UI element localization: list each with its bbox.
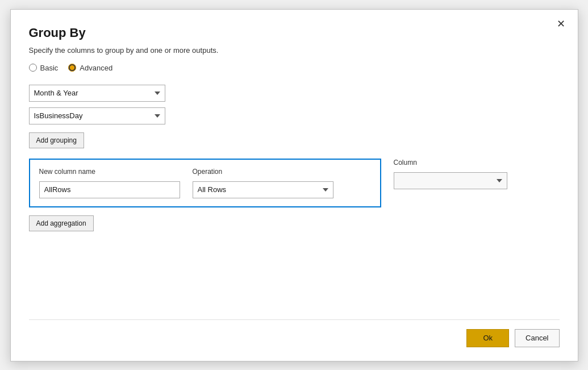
ok-button[interactable]: Ok — [466, 329, 509, 347]
dialog-title: Group By — [29, 26, 560, 40]
new-column-name-input[interactable] — [39, 181, 180, 198]
operation-label: Operation — [193, 168, 333, 176]
radio-advanced-option[interactable]: Advanced — [68, 64, 112, 72]
grouping-section: Month & Year Month Year Day IsBusinessDa… — [29, 85, 560, 124]
radio-advanced[interactable] — [68, 64, 76, 72]
group-by-dialog: ✕ Group By Specify the columns to group … — [10, 9, 578, 361]
grouping-row-1: IsBusinessDay Month & Year Month Year — [29, 107, 560, 124]
add-grouping-button[interactable]: Add grouping — [29, 132, 84, 148]
column-label: Column — [394, 159, 507, 167]
grouping-row-0: Month & Year Month Year Day — [29, 85, 560, 102]
close-button[interactable]: ✕ — [553, 18, 569, 30]
agg-inputs-row: All Rows Sum Average Min Max Count Count… — [39, 181, 371, 198]
aggregation-section: New column name Operation All Rows Sum A… — [29, 159, 381, 207]
agg-header-row: New column name Operation — [39, 168, 371, 176]
radio-advanced-label: Advanced — [80, 64, 112, 72]
radio-group: Basic Advanced — [29, 64, 560, 72]
operation-select[interactable]: All Rows Sum Average Min Max Count Count… — [193, 181, 333, 198]
column-section: Column Month & Year IsBusinessDay — [394, 159, 507, 189]
dialog-subtitle: Specify the columns to group by and one … — [29, 46, 560, 55]
radio-basic[interactable] — [29, 64, 37, 72]
new-column-name-label: New column name — [39, 168, 180, 176]
cancel-button[interactable]: Cancel — [515, 329, 559, 347]
column-select[interactable]: Month & Year IsBusinessDay — [394, 172, 507, 189]
dialog-footer: Ok Cancel — [29, 319, 560, 347]
radio-basic-option[interactable]: Basic — [29, 64, 59, 72]
grouping-select-1[interactable]: IsBusinessDay Month & Year Month Year — [29, 107, 165, 124]
grouping-select-0[interactable]: Month & Year Month Year Day — [29, 85, 165, 102]
add-aggregation-button[interactable]: Add aggregation — [29, 215, 94, 231]
radio-basic-label: Basic — [40, 64, 59, 72]
agg-and-column-row: New column name Operation All Rows Sum A… — [29, 159, 560, 215]
